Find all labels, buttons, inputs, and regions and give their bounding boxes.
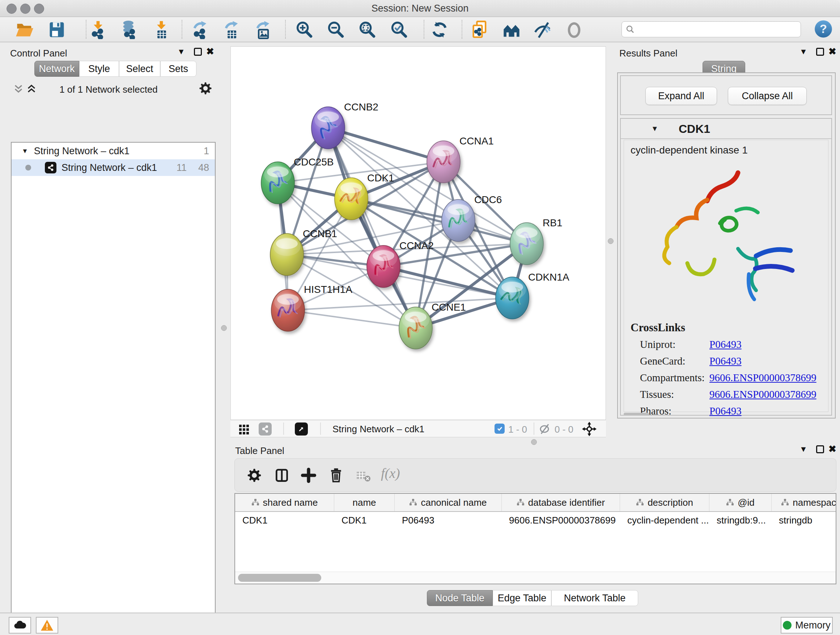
network-view-title: String Network – cdk1	[332, 424, 424, 435]
clone-network-button[interactable]	[471, 20, 489, 39]
zoom-in-button[interactable]	[295, 20, 314, 39]
selected-checkbox[interactable]	[494, 424, 505, 434]
table-panel-maximize-button[interactable]	[816, 445, 824, 453]
show-all-button[interactable]	[565, 20, 584, 39]
crosslink-link-uniprot[interactable]: P06493	[709, 339, 742, 350]
network-node-CCNB2[interactable]: CCNB2	[311, 101, 378, 149]
search-input[interactable]	[635, 24, 801, 35]
save-session-button[interactable]	[47, 20, 66, 39]
delete-column-button[interactable]	[328, 467, 344, 483]
table-body: CDK1CDK1P064939606.ENSP00000378699cyclin…	[235, 512, 836, 529]
column-header-description[interactable]: description	[620, 494, 709, 511]
collapse-all-results-button[interactable]: Collapse All	[728, 87, 807, 105]
open-session-button[interactable]	[15, 20, 34, 39]
column-header-namespace[interactable]: namespace	[772, 494, 836, 511]
fit-content-button[interactable]	[582, 422, 597, 436]
copy-network-icon	[471, 20, 489, 39]
window-title: Session: New Session	[0, 3, 840, 14]
results-panel-close-button[interactable]: ✖	[829, 47, 836, 56]
results-scrollbar-thumb[interactable]	[624, 413, 649, 416]
table-panel-float-button[interactable]: ▼	[799, 445, 807, 454]
column-header-name[interactable]: name	[334, 494, 395, 511]
tab-style[interactable]: Style	[79, 61, 119, 77]
protein-card-header[interactable]: ▼ CDK1	[621, 119, 831, 139]
tab-edge-table[interactable]: Edge Table	[493, 590, 551, 606]
tree-expand-icon[interactable]: ▼	[22, 147, 28, 155]
cloud-button[interactable]	[9, 617, 31, 633]
column-header-canonical-name[interactable]: canonical name	[395, 494, 502, 511]
results-panel-float-button[interactable]: ▼	[799, 47, 807, 57]
network-edge-CCNB2-CCNE1[interactable]	[328, 128, 416, 328]
column-header--id[interactable]: @id	[709, 494, 772, 511]
table-cell[interactable]: stringdb	[772, 512, 836, 529]
table-hscrollbar[interactable]	[235, 572, 836, 584]
table-cell[interactable]: 9606.ENSP00000378699	[502, 512, 620, 529]
protein-structure-image[interactable]	[647, 165, 807, 310]
table-panel-close-button[interactable]: ✖	[829, 444, 836, 454]
network-node-CCNA1[interactable]: CCNA1	[427, 135, 494, 183]
zoom-fit-button[interactable]	[358, 20, 377, 39]
import-network-button[interactable]	[88, 20, 107, 39]
tab-sets[interactable]: Sets	[160, 61, 196, 77]
import-table-button[interactable]	[152, 20, 171, 39]
crosslink-link-genecard[interactable]: P06493	[709, 355, 742, 367]
control-panel-close-button[interactable]: ✖	[206, 47, 214, 56]
network-view-canvas[interactable]: CCNB2CCNA1CDC25BCDK1CDC6RB1CCNB1CCNA2CDK…	[231, 46, 606, 420]
first-neighbors-button[interactable]	[502, 20, 521, 39]
table-cell[interactable]: stringdb:9...	[709, 512, 772, 529]
memory-button[interactable]: Memory	[781, 617, 833, 633]
right-splitter-handle[interactable]	[608, 238, 614, 244]
shared-column-icon	[726, 499, 734, 507]
zoom-out-button[interactable]	[326, 20, 345, 39]
network-edge-CCNB2-CCNA1[interactable]	[328, 128, 444, 162]
node-label-CCNA2: CCNA2	[399, 240, 434, 251]
network-collection-row[interactable]: ▼ String Network – cdk1 1	[11, 143, 215, 159]
network-node-CDKN1A[interactable]: CDKN1A	[496, 272, 569, 319]
collapse-arrow-icon[interactable]: ▼	[651, 125, 658, 133]
export-image-button[interactable]	[254, 20, 272, 39]
node-label-CDKN1A: CDKN1A	[528, 272, 569, 283]
help-button[interactable]: ?	[814, 19, 833, 38]
zoom-selected-button[interactable]	[390, 20, 409, 39]
results-panel-maximize-button[interactable]	[816, 48, 824, 56]
tab-network[interactable]: Network	[34, 61, 79, 77]
control-panel-maximize-button[interactable]	[194, 48, 202, 56]
share-icon	[261, 425, 269, 433]
birdseye-view-button[interactable]	[295, 423, 308, 435]
protein-details: cyclin-dependent kinase 1	[624, 140, 829, 412]
export-table-button[interactable]	[222, 20, 241, 39]
table-cell[interactable]: CDK1	[334, 512, 395, 529]
export-network-button[interactable]	[191, 20, 210, 39]
node-label-CCNA1: CCNA1	[459, 135, 494, 147]
grid-view-button[interactable]	[238, 423, 250, 435]
tab-network-table[interactable]: Network Table	[551, 590, 638, 606]
table-cell[interactable]: P06493	[395, 512, 502, 529]
add-column-button[interactable]	[301, 467, 317, 483]
hscrollbar-thumb[interactable]	[238, 574, 321, 582]
table-toolbar: f(x)	[234, 458, 836, 492]
tab-node-table[interactable]: Node Table	[427, 590, 493, 606]
network-overview-button[interactable]	[259, 423, 272, 435]
network-edge-CCNE1-HIST1H1A[interactable]	[288, 310, 416, 328]
column-header-database-identifier[interactable]: database identifier	[502, 494, 620, 511]
show-columns-button[interactable]	[274, 467, 290, 483]
tab-select[interactable]: Select	[119, 61, 160, 77]
crosslink-link-tissues[interactable]: 9606.ENSP00000378699	[709, 388, 816, 401]
warnings-button[interactable]	[36, 617, 58, 633]
hide-selected-button[interactable]	[533, 20, 552, 39]
network-options-button[interactable]	[198, 81, 213, 96]
network-node-RB1[interactable]: RB1	[510, 217, 562, 264]
table-settings-button[interactable]	[246, 467, 262, 483]
import-network-from-database-button[interactable]	[120, 20, 139, 39]
network-row-selected[interactable]: String Network – cdk1 11 48	[11, 159, 215, 176]
crosslink-link-compartments[interactable]: 9606.ENSP00000378699	[709, 372, 816, 384]
left-splitter-handle[interactable]	[221, 325, 227, 331]
table-cell[interactable]: CDK1	[235, 512, 334, 529]
refresh-view-button[interactable]	[430, 20, 449, 39]
expand-all-results-button[interactable]: Expand All	[645, 87, 717, 105]
control-panel-float-button[interactable]: ▼	[177, 47, 185, 57]
network-node-CCNE1[interactable]: CCNE1	[399, 302, 466, 349]
table-cell[interactable]: cyclin-dependent ...	[620, 512, 709, 529]
crosslink-link-pharos[interactable]: P06493	[709, 405, 742, 417]
column-header-shared-name[interactable]: shared name	[235, 494, 334, 511]
